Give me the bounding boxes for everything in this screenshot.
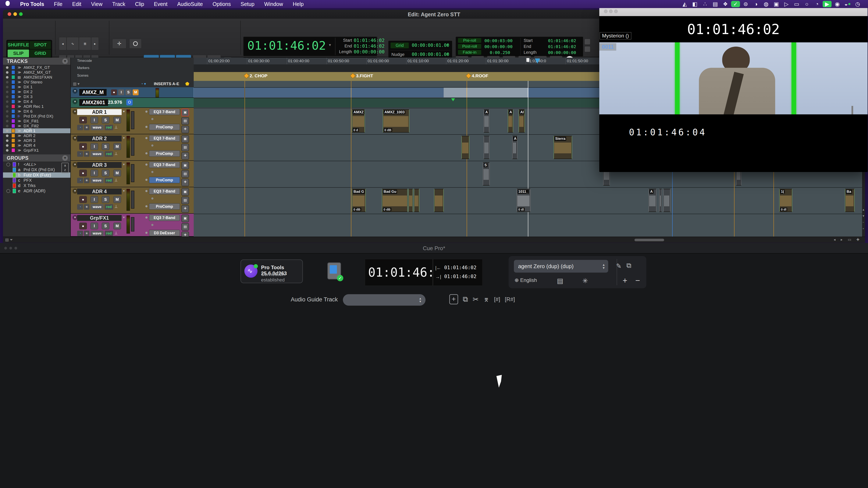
clip-A[interactable]: A	[512, 136, 518, 159]
status-siri-icon[interactable]: ◔	[812, 1, 822, 7]
insert-procomp[interactable]: ProComp	[149, 203, 180, 210]
track-name[interactable]: AMXZ_M	[79, 89, 106, 96]
fadein-value[interactable]: 0:00.250	[490, 50, 510, 55]
group-indicator[interactable]	[6, 189, 10, 193]
elastic-audio-icon[interactable]: ✳	[84, 151, 89, 157]
sidebar-track-dx-3[interactable]: ≫DX 3	[3, 94, 70, 99]
mode-shuffle-button[interactable]: SHUFFLE	[8, 41, 29, 49]
toolbar-mini-button-1[interactable]	[585, 39, 590, 45]
status-search-icon[interactable]: ○	[802, 1, 811, 7]
elastic-audio-icon[interactable]: ✳	[84, 231, 89, 236]
shrink-icon[interactable]: −	[863, 221, 864, 224]
track-color-chip[interactable]	[11, 100, 15, 104]
track-window-button[interactable]: ▣	[181, 188, 189, 196]
insert-eq3-7-band[interactable]: EQ3 7-Band	[149, 215, 180, 221]
menu-item-event[interactable]: Event	[149, 1, 172, 7]
status-shortcuts-icon[interactable]: ❖	[721, 1, 730, 7]
sidebar-track-amxz_fx_gt[interactable]: ≫AMXZ_FX_GT	[3, 65, 70, 70]
track-color-chip[interactable]	[11, 109, 15, 113]
automation-icon[interactable]: ⊥	[115, 231, 118, 235]
track-input-button[interactable]: I	[91, 223, 98, 229]
mode-grid-button[interactable]: GRID	[30, 50, 51, 57]
zoom-in-button[interactable]: ▸	[91, 37, 99, 50]
add-insert-button[interactable]: +	[181, 205, 189, 213]
menu-item-options[interactable]: Options	[208, 1, 236, 7]
grid-dropdown-icon[interactable]: ▼	[446, 43, 449, 46]
sidebar-track-dx_fill2[interactable]: ≫DX_Fill2	[3, 124, 70, 128]
sidebar-group-d[interactable]: dX Trks	[3, 183, 70, 188]
track-color-chip[interactable]	[11, 85, 15, 89]
track-name[interactable]: ADR 4	[77, 189, 122, 194]
menu-item-clip[interactable]: Clip	[130, 1, 149, 7]
group-color-chip[interactable]	[13, 173, 16, 177]
sidebar-track-adr-rec-1[interactable]: ≫ADR Rec 1	[3, 104, 70, 109]
track-color-chip[interactable]	[11, 65, 15, 69]
track-solo-button[interactable]: S	[125, 89, 131, 95]
comments-button[interactable]: ▤	[181, 223, 189, 231]
track-solo-button[interactable]: S	[102, 170, 110, 176]
sidebar-track-dx_fill1[interactable]: ≫DX_Fill1	[3, 119, 70, 124]
reel-icon[interactable]: ✳	[582, 277, 588, 285]
insert-eq3-7-band[interactable]: EQ3 7-Band	[149, 188, 180, 194]
track-header-adr-4[interactable]: ▼ADR 4▼●ISM◔✳wavered⊥EQ3 7-BandProComp▣▤…	[71, 187, 194, 214]
track-window-button[interactable]: ▣	[181, 135, 189, 143]
postroll-label[interactable]: Post-roll	[458, 44, 481, 49]
comments-button[interactable]: ▤	[181, 197, 189, 204]
zoomer-tool-icon[interactable]	[129, 39, 142, 48]
scenes-ruler-label[interactable]: Scenes	[77, 74, 88, 77]
timebase-icon[interactable]: ◔	[77, 125, 83, 130]
track-color-chip[interactable]	[11, 90, 15, 94]
track-color-chip[interactable]	[11, 138, 15, 142]
track-header-amxz_m[interactable]: ▼AMXZ_M●ISM	[71, 87, 194, 98]
status-facetime-icon[interactable]: ▶	[823, 1, 832, 7]
sidebar-track-adr-4[interactable]: ≫ADR 4	[3, 143, 70, 148]
inserts-view-icon[interactable]: ◔ ▾	[141, 82, 146, 86]
menu-item-help[interactable]: Help	[288, 1, 309, 7]
track-rec-button[interactable]: ●	[79, 117, 87, 124]
remove-session-button[interactable]: −	[635, 276, 640, 285]
start-value[interactable]: 01:01:46:02	[354, 38, 384, 43]
sidebar-group-![interactable]: !<ALL>	[3, 162, 70, 167]
video-minimize-button[interactable]	[609, 9, 613, 13]
preroll-label[interactable]: Pre-roll	[458, 38, 481, 43]
menu-item-file[interactable]: File	[49, 1, 67, 7]
add-insert-button[interactable]: +	[181, 178, 189, 186]
sel-end-value[interactable]: 01:01:46:02	[548, 44, 576, 49]
track-window-button[interactable]: ▣	[181, 109, 189, 116]
track-header-amxz601[interactable]: ▼AMXZ60123.976O	[71, 98, 194, 108]
track-rec-button[interactable]: ●	[111, 89, 117, 95]
group-color-chip[interactable]	[13, 184, 16, 188]
status-play-circle-icon[interactable]: ▷	[782, 1, 791, 7]
track-name[interactable]: ADR 1	[77, 109, 122, 115]
track-rec-button[interactable]: ●	[79, 196, 87, 203]
clipboard-icon[interactable]: ✓	[328, 262, 341, 280]
track-name[interactable]: AMXZ601	[79, 99, 108, 106]
length-value[interactable]: 00:00:00:00	[354, 49, 384, 55]
status-stage-manager-icon[interactable]: ◧	[690, 1, 699, 7]
audio-zoom-button[interactable]: ∿	[66, 37, 79, 50]
track-mute-button[interactable]: M	[113, 143, 121, 150]
zoom-scroll-buttons[interactable]: ◂ ▸ ▭ ✚ ⇤	[834, 237, 865, 243]
track-color-chip[interactable]	[11, 95, 15, 99]
group-color-chip[interactable]	[13, 162, 16, 167]
video-close-button[interactable]	[604, 9, 608, 13]
sidebar-track-dx-6[interactable]: ≫DX 6	[3, 109, 70, 114]
clip-gain-badge[interactable]: 0 dB	[383, 128, 392, 132]
midi-zoom-button[interactable]: ≣	[79, 37, 91, 50]
number-button[interactable]: [#]	[494, 296, 500, 303]
sidebar-track-adr-1[interactable]: ≫ADR 1	[3, 128, 70, 133]
clip-S[interactable]: S	[483, 162, 490, 186]
timecode-ruler-label[interactable]: Timecode	[77, 59, 92, 63]
grid-value[interactable]: 00:00:00:01.00	[412, 43, 449, 48]
clip-gain-badge[interactable]: 0 dB	[383, 207, 392, 211]
video-window[interactable]: 01:01:46:02 Mysterion () 0011 I was a li…	[599, 6, 868, 172]
clip-Ba[interactable]: Ba	[845, 189, 855, 212]
clip[interactable]	[659, 189, 662, 212]
sidebar-track-amxz601fxan[interactable]: ▤AMXZ601FXAN	[3, 75, 70, 79]
clip-Sierra[interactable]: Sierra	[554, 136, 572, 159]
clip-BadG[interactable]: Bad G0 dB	[352, 189, 366, 212]
sidebar-track-adr-3[interactable]: ≫ADR 3	[3, 138, 70, 143]
session-select[interactable]: agent Zero (dup) (dup) ▲▼	[514, 260, 608, 272]
clip-gain-badge[interactable]: 0 d	[352, 128, 359, 132]
status-film-strip-icon[interactable]: ▤	[711, 1, 720, 7]
